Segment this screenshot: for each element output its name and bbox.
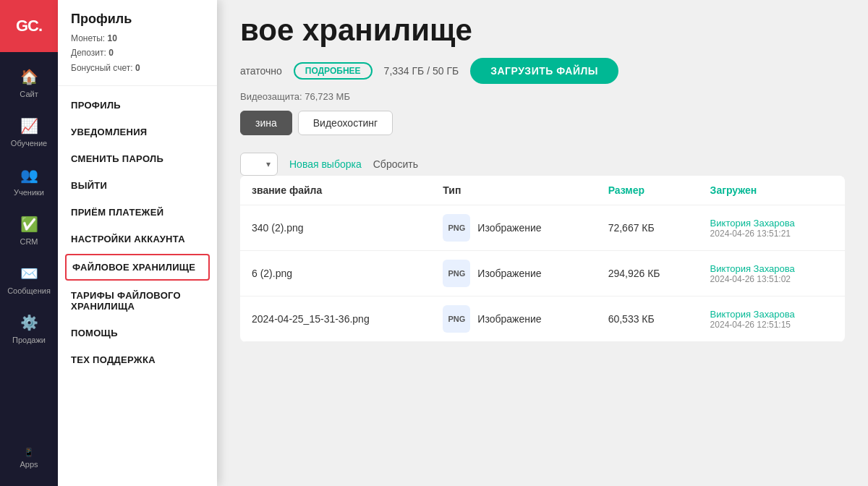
table-body: 340 (2).png PNG Изображение 72,667 КБ Ви… bbox=[240, 205, 845, 342]
education-icon: 📈 bbox=[19, 116, 39, 136]
cell-size: 294,926 КБ bbox=[597, 251, 699, 297]
sidebar-label-students: Ученики bbox=[14, 188, 44, 197]
cell-type: PNG Изображение bbox=[431, 251, 596, 297]
profile-info: Монеты: 10 Депозит: 0 Бонусный счет: 0 bbox=[71, 31, 204, 75]
filter-select-wrap bbox=[240, 153, 278, 176]
main-body: Новая выборка Сбросить звание файла Тип … bbox=[217, 147, 868, 486]
type-label: Изображение bbox=[477, 268, 541, 279]
cell-uploaded: Виктория Захарова 2024-04-26 12:51:15 bbox=[699, 297, 845, 342]
cell-type: PNG Изображение bbox=[431, 297, 596, 342]
sidebar-nav: 🏠 Сайт 📈 Обучение 👥 Ученики ✅ CRM ✉️ Соо… bbox=[0, 52, 58, 439]
menu-item-tech-support[interactable]: ТЕХ ПОДДЕРЖКА bbox=[58, 346, 217, 373]
cell-size: 60,533 КБ bbox=[597, 297, 699, 342]
type-badge: PNG bbox=[443, 305, 470, 333]
logo[interactable]: GC. bbox=[0, 0, 58, 52]
menu-item-notifications[interactable]: УВЕДОМЛЕНИЯ bbox=[58, 119, 217, 145]
dropdown-menu: Профиль Монеты: 10 Депозит: 0 Бонусный с… bbox=[58, 0, 217, 486]
bonus-value: 0 bbox=[135, 63, 140, 73]
uploader-name: Виктория Захарова bbox=[710, 218, 833, 229]
storage-size: 7,334 ГБ / 50 ГБ bbox=[384, 65, 459, 77]
cell-filename: 2024-04-25_15-31-36.png bbox=[240, 297, 431, 342]
sidebar-item-crm[interactable]: ✅ CRM bbox=[0, 205, 58, 255]
profile-section: Профиль Монеты: 10 Депозит: 0 Бонусный с… bbox=[58, 0, 217, 86]
menu-item-logout[interactable]: ВЫЙТИ bbox=[58, 172, 217, 199]
col-uploaded: Загружен bbox=[699, 176, 845, 205]
type-label: Изображение bbox=[477, 313, 541, 325]
sidebar-item-messages[interactable]: ✉️ Сообщения bbox=[0, 255, 58, 304]
sales-icon: ⚙️ bbox=[19, 312, 39, 333]
sidebar-label-sales: Продажи bbox=[12, 336, 46, 344]
col-filename: звание файла bbox=[240, 176, 431, 205]
site-icon: 🏠 bbox=[19, 67, 39, 87]
coins-value: 10 bbox=[108, 33, 117, 43]
sidebar-label-crm: CRM bbox=[20, 237, 38, 246]
menu-item-payments[interactable]: ПРИЁМ ПЛАТЕЖЕЙ bbox=[58, 199, 217, 226]
sidebar-label-site: Сайт bbox=[20, 90, 38, 98]
menu-list: ПРОФИЛЬУВЕДОМЛЕНИЯСМЕНИТЬ ПАРОЛЬВЫЙТИПРИ… bbox=[58, 86, 217, 379]
video-protection: Видеозащита: 76,723 МБ bbox=[240, 91, 845, 102]
students-icon: 👥 bbox=[19, 165, 39, 185]
profile-title: Профиль bbox=[71, 12, 204, 27]
uploader-date: 2024-04-26 12:51:15 bbox=[710, 320, 833, 330]
main-header: вое хранилище ататочно ПОДРОБНЕЕ 7,334 Г… bbox=[217, 0, 868, 147]
deposit-label: Депозит: bbox=[71, 48, 106, 58]
messages-icon: ✉️ bbox=[19, 263, 39, 284]
storage-info-row: ататочно ПОДРОБНЕЕ 7,334 ГБ / 50 ГБ ЗАГР… bbox=[240, 58, 845, 84]
cell-type: PNG Изображение bbox=[431, 205, 596, 251]
type-label: Изображение bbox=[477, 222, 541, 234]
cell-uploaded: Виктория Захарова 2024-04-26 13:51:21 bbox=[699, 205, 845, 251]
table-row: 340 (2).png PNG Изображение 72,667 КБ Ви… bbox=[240, 205, 845, 251]
menu-item-profile[interactable]: ПРОФИЛЬ bbox=[58, 92, 217, 119]
storage-status: ататочно bbox=[240, 65, 282, 77]
cell-size: 72,667 КБ bbox=[597, 205, 699, 251]
new-selection-link[interactable]: Новая выборка bbox=[289, 158, 362, 170]
tab-cart[interactable]: зина bbox=[240, 111, 292, 135]
cell-filename: 6 (2).png bbox=[240, 251, 431, 297]
menu-item-help[interactable]: ПОМОЩЬ bbox=[58, 320, 217, 346]
col-size: Размер bbox=[597, 176, 699, 205]
page-title: вое хранилище bbox=[240, 13, 845, 48]
sidebar-label-messages: Сообщения bbox=[7, 286, 51, 295]
sidebar-label-education: Обучение bbox=[11, 139, 47, 148]
menu-item-account-settings[interactable]: НАСТРОЙКИ АККАУНТА bbox=[58, 226, 217, 252]
tabs-row: зинаВидеохостинг bbox=[240, 111, 845, 135]
cell-uploaded: Виктория Захарова 2024-04-26 13:51:02 bbox=[699, 251, 845, 297]
bonus-label: Бонусный счет: bbox=[71, 63, 133, 73]
table-row: 6 (2).png PNG Изображение 294,926 КБ Вик… bbox=[240, 251, 845, 297]
apps-icon: 📱 bbox=[24, 448, 34, 457]
menu-item-change-password[interactable]: СМЕНИТЬ ПАРОЛЬ bbox=[58, 145, 217, 172]
sidebar-bottom: 📱 Apps bbox=[0, 439, 58, 486]
filter-row: Новая выборка Сбросить bbox=[217, 153, 868, 176]
sidebar-item-sales[interactable]: ⚙️ Продажи bbox=[0, 304, 58, 353]
files-table: звание файла Тип Размер Загружен 340 (2)… bbox=[240, 176, 845, 342]
menu-item-storage-tariffs[interactable]: ТАРИФЫ ФАЙЛОВОГО ХРАНИЛИЩА bbox=[58, 282, 217, 320]
coins-label: Монеты: bbox=[71, 33, 105, 43]
sidebar-item-students[interactable]: 👥 Ученики bbox=[0, 156, 58, 205]
podrobnee-badge[interactable]: ПОДРОБНЕЕ bbox=[294, 62, 373, 80]
deposit-value: 0 bbox=[109, 48, 114, 58]
menu-item-file-storage[interactable]: ФАЙЛОВОЕ ХРАНИЛИЩЕ bbox=[65, 254, 210, 281]
apps-label: Apps bbox=[20, 460, 38, 469]
crm-icon: ✅ bbox=[19, 214, 39, 234]
filter-select[interactable] bbox=[240, 153, 278, 176]
table-row: 2024-04-25_15-31-36.png PNG Изображение … bbox=[240, 297, 845, 342]
type-badge: PNG bbox=[443, 260, 470, 287]
sidebar-item-apps[interactable]: 📱 Apps bbox=[0, 439, 58, 477]
file-table: звание файла Тип Размер Загружен 340 (2)… bbox=[217, 176, 868, 486]
reset-link[interactable]: Сбросить bbox=[373, 158, 418, 170]
table-header: звание файла Тип Размер Загружен bbox=[240, 176, 845, 205]
cell-filename: 340 (2).png bbox=[240, 205, 431, 251]
sidebar: GC. 🏠 Сайт 📈 Обучение 👥 Ученики ✅ CRM ✉️… bbox=[0, 0, 58, 486]
uploader-date: 2024-04-26 13:51:21 bbox=[710, 229, 833, 239]
upload-button[interactable]: ЗАГРУЗИТЬ ФАЙЛЫ bbox=[470, 58, 618, 84]
uploader-name: Виктория Захарова bbox=[710, 263, 833, 274]
uploader-date: 2024-04-26 13:51:02 bbox=[710, 274, 833, 284]
uploader-name: Виктория Захарова bbox=[710, 309, 833, 320]
tab-videohosting[interactable]: Видеохостинг bbox=[298, 111, 393, 135]
main-content: вое хранилище ататочно ПОДРОБНЕЕ 7,334 Г… bbox=[217, 0, 868, 486]
col-type: Тип bbox=[431, 176, 596, 205]
type-badge: PNG bbox=[443, 214, 470, 242]
sidebar-item-site[interactable]: 🏠 Сайт bbox=[0, 58, 58, 107]
sidebar-item-education[interactable]: 📈 Обучение bbox=[0, 107, 58, 156]
